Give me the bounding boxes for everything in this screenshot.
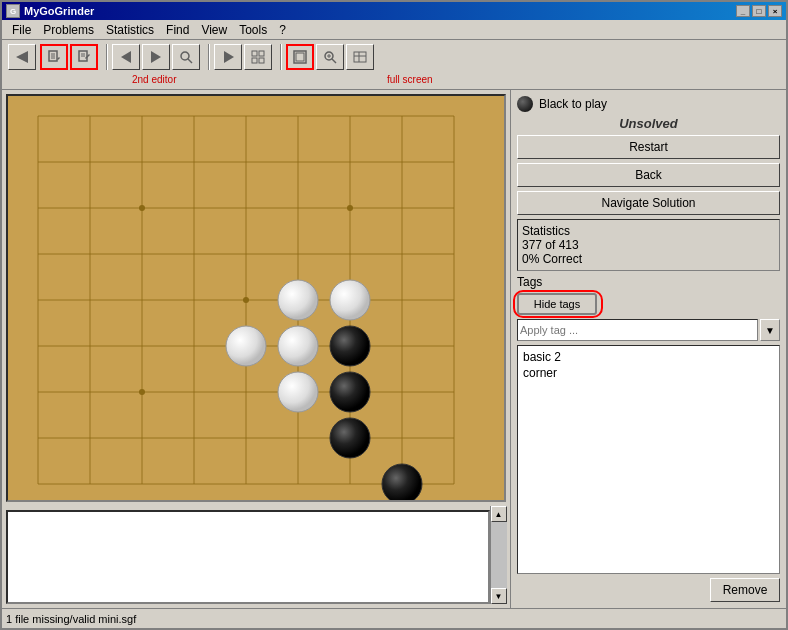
toolbar-grid-btn[interactable] <box>244 44 272 70</box>
toolbar-back-btn[interactable] <box>8 44 36 70</box>
go-board[interactable] <box>6 94 506 502</box>
scroll-up-btn[interactable]: ▲ <box>491 506 507 522</box>
back-button[interactable]: Back <box>517 163 780 187</box>
toolbar: 2nd editor full screen <box>2 40 786 90</box>
right-panel: Black to play Unsolved Restart Back Navi… <box>510 90 786 608</box>
statistics-box: Statistics 377 of 413 0% Correct <box>517 219 780 271</box>
player-status-row: Black to play <box>517 96 780 112</box>
toolbar-sep-2 <box>208 44 210 70</box>
remove-tag-button[interactable]: Remove <box>710 578 780 602</box>
svg-point-52 <box>278 326 318 366</box>
restart-button[interactable]: Restart <box>517 135 780 159</box>
scroll-track[interactable] <box>491 522 507 588</box>
svg-point-46 <box>347 205 353 211</box>
toolbar-view-btn[interactable] <box>346 44 374 70</box>
statistics-count: 377 of 413 <box>522 238 775 252</box>
comment-text-area[interactable] <box>6 510 490 604</box>
status-bar: 1 file missing/valid mini.sgf <box>2 608 786 628</box>
tags-label: Tags <box>517 275 780 289</box>
svg-rect-18 <box>296 53 304 61</box>
toolbar-edit1-btn[interactable] <box>40 44 68 70</box>
label-full-screen: full screen <box>387 74 433 85</box>
toolbar-group-3 <box>112 44 200 70</box>
toolbar-group-1 <box>8 44 36 70</box>
board-area: ▲ ▼ <box>2 90 510 608</box>
title-controls: _ □ × <box>736 5 782 17</box>
svg-marker-0 <box>16 51 28 63</box>
title-bar: G MyGoGrinder _ □ × <box>2 2 786 20</box>
svg-point-47 <box>243 297 249 303</box>
comment-scrollbar: ▲ ▼ <box>490 506 506 604</box>
tag-item-basic2[interactable]: basic 2 <box>521 349 776 365</box>
close-button[interactable]: × <box>768 5 782 17</box>
toolbar-play-btn[interactable] <box>214 44 242 70</box>
svg-point-51 <box>330 280 370 320</box>
player-status-text: Black to play <box>539 97 607 111</box>
app-icon: G <box>6 4 20 18</box>
minimize-button[interactable]: _ <box>736 5 750 17</box>
svg-point-10 <box>181 52 189 60</box>
svg-point-50 <box>278 280 318 320</box>
maximize-button[interactable]: □ <box>752 5 766 17</box>
svg-point-48 <box>139 389 145 395</box>
toolbar-group-2 <box>40 44 98 70</box>
svg-point-54 <box>330 326 370 366</box>
hide-tags-button[interactable]: Hide tags <box>517 293 597 315</box>
menu-view[interactable]: View <box>195 21 233 39</box>
svg-rect-23 <box>354 52 366 62</box>
apply-tag-row: ▼ <box>517 319 780 341</box>
apply-tag-input[interactable] <box>517 319 758 341</box>
menu-help[interactable]: ? <box>273 21 292 39</box>
toolbar-group-5 <box>286 44 374 70</box>
window-title: MyGoGrinder <box>24 5 94 17</box>
menu-bar: File Problems Statistics Find View Tools… <box>2 20 786 40</box>
toolbar-fullscreen-btn[interactable] <box>286 44 314 70</box>
svg-point-58 <box>382 464 422 502</box>
status-bar-text: 1 file missing/valid mini.sgf <box>6 613 136 625</box>
tag-item-corner[interactable]: corner <box>521 365 776 381</box>
svg-point-55 <box>278 372 318 412</box>
hide-tags-wrapper: Hide tags <box>517 293 780 315</box>
svg-rect-13 <box>252 51 257 56</box>
svg-point-53 <box>226 326 266 366</box>
statistics-correct: 0% Correct <box>522 252 775 266</box>
toolbar-sep-3 <box>280 44 282 70</box>
menu-file[interactable]: File <box>6 21 37 39</box>
svg-point-57 <box>330 418 370 458</box>
svg-marker-12 <box>224 51 234 63</box>
apply-tag-dropdown-btn[interactable]: ▼ <box>760 319 780 341</box>
toolbar-sep-1 <box>106 44 108 70</box>
svg-rect-15 <box>252 58 257 63</box>
comment-area-wrapper: ▲ ▼ <box>6 506 506 604</box>
svg-marker-9 <box>151 51 161 63</box>
svg-rect-26 <box>8 96 506 502</box>
svg-marker-8 <box>121 51 131 63</box>
svg-point-56 <box>330 372 370 412</box>
black-stone-indicator <box>517 96 533 112</box>
main-window: G MyGoGrinder _ □ × File Problems Statis… <box>0 0 788 630</box>
toolbar-search-btn[interactable] <box>172 44 200 70</box>
menu-statistics[interactable]: Statistics <box>100 21 160 39</box>
toolbar-next-btn[interactable] <box>142 44 170 70</box>
svg-rect-16 <box>259 58 264 63</box>
tags-list: basic 2 corner <box>517 345 780 574</box>
navigate-solution-button[interactable]: Navigate Solution <box>517 191 780 215</box>
scroll-down-btn[interactable]: ▼ <box>491 588 507 604</box>
svg-rect-14 <box>259 51 264 56</box>
label-2nd-editor: 2nd editor <box>132 74 176 85</box>
svg-line-11 <box>188 59 192 63</box>
solved-status-text: Unsolved <box>517 116 780 131</box>
menu-problems[interactable]: Problems <box>37 21 100 39</box>
toolbar-zoom-btn[interactable] <box>316 44 344 70</box>
svg-point-45 <box>139 205 145 211</box>
toolbar-group-4 <box>214 44 272 70</box>
statistics-label: Statistics <box>522 224 775 238</box>
toolbar-prev-btn[interactable] <box>112 44 140 70</box>
menu-tools[interactable]: Tools <box>233 21 273 39</box>
main-content: ▲ ▼ Black to play Unsolved Restart Back … <box>2 90 786 608</box>
svg-line-20 <box>332 59 336 63</box>
board-svg <box>8 96 506 502</box>
menu-find[interactable]: Find <box>160 21 195 39</box>
toolbar-edit2-btn[interactable] <box>70 44 98 70</box>
